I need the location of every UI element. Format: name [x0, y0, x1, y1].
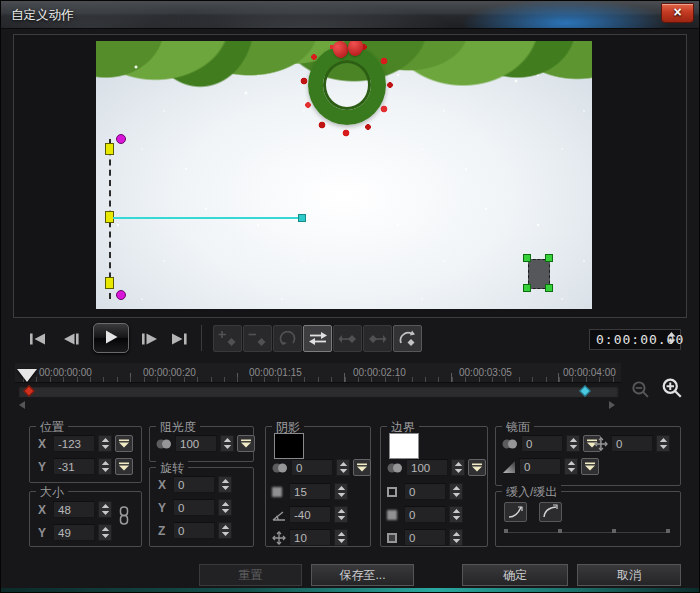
position-group-label: 位置 [36, 419, 68, 436]
shadow-color-swatch[interactable] [274, 433, 304, 459]
rotation-x-spinner[interactable] [218, 476, 232, 493]
border-inner-spinner[interactable] [449, 529, 463, 546]
opacity-spinner[interactable] [220, 435, 234, 452]
close-button[interactable]: × [661, 3, 694, 23]
ease-slider-tick[interactable] [558, 529, 562, 533]
mirror-gradient-spinner[interactable] [564, 458, 578, 475]
add-keyframe-button[interactable] [213, 325, 242, 352]
shadow-angle-input[interactable] [289, 506, 331, 523]
ease-slider-tick[interactable] [612, 529, 616, 533]
corner-handle-green[interactable] [545, 284, 553, 292]
loop-keyframes-button[interactable] [393, 325, 422, 352]
shadow-angle-spinner[interactable] [334, 506, 348, 523]
remove-keyframe-icon [248, 330, 268, 347]
ease-in-button[interactable] [504, 502, 527, 522]
rotation-z-spinner[interactable] [218, 522, 232, 539]
opacity-group-label: 阻光度 [156, 419, 200, 436]
corner-handle-green[interactable] [523, 254, 531, 262]
swap-keyframes-button[interactable] [303, 325, 332, 352]
size-group-label: 大小 [36, 484, 68, 501]
rotate-handle-magenta[interactable] [116, 290, 126, 300]
last-frame-button[interactable] [165, 327, 193, 351]
size-y-spinner[interactable] [98, 524, 112, 541]
mirror-opacity-spinner[interactable] [566, 435, 580, 452]
mirror-opacity-input[interactable] [521, 435, 563, 452]
previous-keyframe-button[interactable] [333, 325, 362, 352]
shadow-opacity-spinner[interactable] [336, 459, 350, 476]
reset-button[interactable]: 重置 [199, 564, 302, 586]
play-button[interactable] [93, 323, 129, 353]
border-width-spinner[interactable] [449, 483, 463, 500]
shadow-distance-spinner[interactable] [334, 529, 348, 546]
ok-button[interactable]: 确定 [462, 564, 568, 586]
border-opacity-spinner[interactable] [451, 459, 465, 476]
motion-path-endpoint[interactable] [298, 214, 306, 222]
position-y-spinner[interactable] [98, 458, 112, 475]
rotate-handle-magenta[interactable] [116, 134, 126, 144]
position-y-input[interactable] [53, 458, 95, 475]
rotation-z-input[interactable] [173, 522, 215, 539]
shadow-distance-input[interactable] [289, 529, 331, 546]
reverse-keyframes-icon [279, 331, 297, 347]
ease-slider-tick[interactable] [666, 529, 670, 533]
position-x-input[interactable] [53, 435, 95, 452]
ruler-minor-ticks [23, 377, 621, 382]
timeline-scroll-right[interactable] [609, 401, 615, 409]
zoom-in-button[interactable] [661, 377, 682, 401]
size-x-input[interactable] [53, 501, 95, 518]
spinner-arrows-icon [337, 485, 346, 498]
link-aspect-icon[interactable] [118, 506, 130, 526]
titlebar[interactable]: 自定义动作 × [1, 1, 700, 29]
shadow-blur-input[interactable] [289, 483, 331, 500]
border-keyframe-dropdown[interactable] [468, 459, 486, 476]
resize-handle-yellow[interactable] [105, 277, 114, 289]
save-to-button[interactable]: 保存至... [311, 564, 414, 586]
rotation-y-spinner[interactable] [218, 499, 232, 516]
dropdown-icon [241, 439, 251, 448]
mirror-offset-spinner[interactable] [656, 435, 670, 452]
opacity-input[interactable] [175, 435, 217, 452]
border-color-swatch[interactable] [389, 433, 419, 459]
resize-handle-yellow[interactable] [105, 143, 114, 155]
timeline-scroll-left[interactable] [19, 401, 25, 409]
border-inner-input[interactable] [404, 529, 446, 546]
border-blur-input[interactable] [404, 506, 446, 523]
preview-canvas[interactable] [96, 41, 592, 309]
cancel-button[interactable]: 取消 [577, 564, 681, 586]
zoom-out-button[interactable] [631, 380, 649, 401]
ease-out-icon [543, 504, 558, 518]
previous-frame-button[interactable] [57, 327, 85, 351]
mirror-offset-input[interactable] [611, 435, 653, 452]
size-y-input[interactable] [53, 524, 95, 541]
position-x-keyframe-dropdown[interactable] [115, 435, 133, 452]
shadow-opacity-input[interactable] [291, 459, 333, 476]
keyframe-track[interactable] [18, 385, 619, 398]
rotation-x-input[interactable] [173, 476, 215, 493]
ease-out-button[interactable] [539, 502, 562, 522]
corner-handle-green[interactable] [545, 254, 553, 262]
opacity-keyframe-dropdown[interactable] [237, 435, 255, 452]
reverse-keyframes-button[interactable] [273, 325, 302, 352]
ease-slider-tick[interactable] [504, 529, 508, 533]
border-opacity-input[interactable] [406, 459, 448, 476]
first-frame-button[interactable] [23, 327, 51, 351]
position-y-keyframe-dropdown[interactable] [115, 458, 133, 475]
remove-keyframe-button[interactable] [243, 325, 272, 352]
border-width-input[interactable] [404, 483, 446, 500]
next-keyframe-button[interactable] [363, 325, 392, 352]
border-blur-spinner[interactable] [449, 506, 463, 523]
corner-handle-green[interactable] [523, 284, 531, 292]
next-frame-button[interactable] [135, 327, 163, 351]
rotation-group-label: 旋转 [156, 460, 188, 477]
timecode-spinner[interactable] [667, 331, 679, 348]
playhead[interactable] [17, 369, 37, 382]
mirror-gradient-keyframe-dropdown[interactable] [581, 458, 599, 475]
size-x-spinner[interactable] [98, 501, 112, 518]
shadow-blur-spinner[interactable] [334, 483, 348, 500]
ease-slider-track[interactable] [504, 532, 668, 533]
shadow-keyframe-dropdown[interactable] [353, 459, 371, 476]
position-x-spinner[interactable] [98, 435, 112, 452]
rotation-y-input[interactable] [173, 499, 215, 516]
size-group: 大小 X Y [29, 491, 142, 547]
mirror-gradient-input[interactable] [519, 458, 561, 475]
